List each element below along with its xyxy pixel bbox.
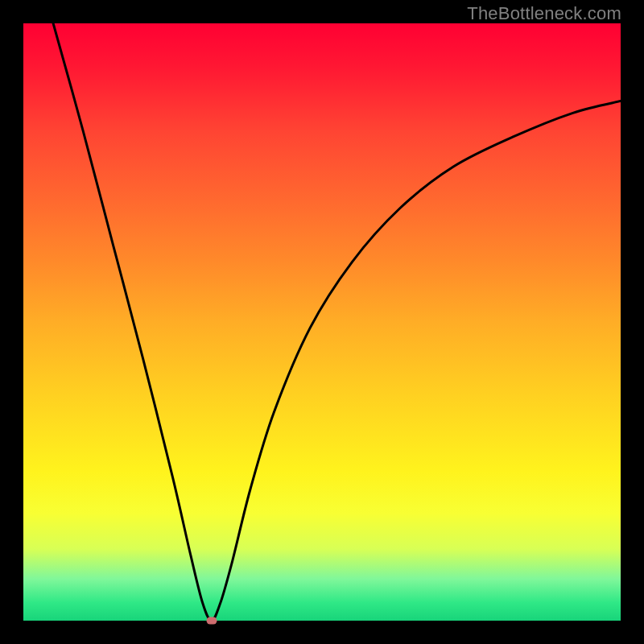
bottleneck-curve xyxy=(53,23,621,621)
minimum-marker xyxy=(206,617,217,625)
watermark-text: TheBottleneck.com xyxy=(467,3,621,24)
chart-container: TheBottleneck.com xyxy=(0,0,644,644)
curve-svg xyxy=(23,23,621,621)
plot-area xyxy=(23,23,621,621)
